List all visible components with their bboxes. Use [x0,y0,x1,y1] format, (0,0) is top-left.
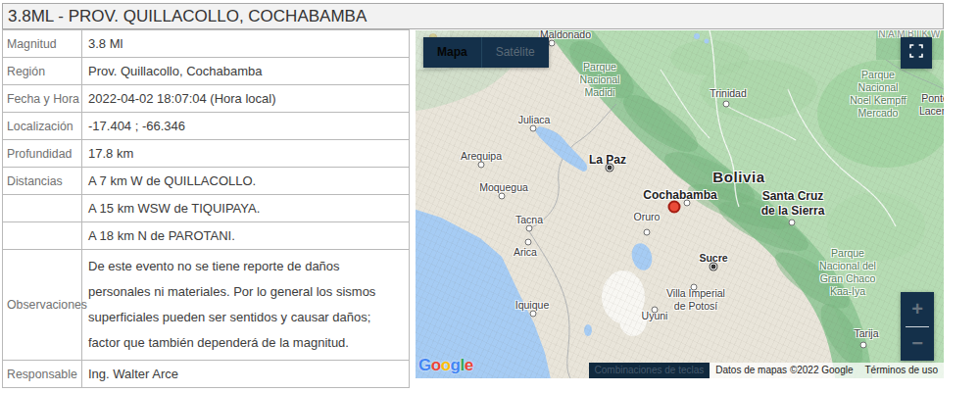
keyboard-shortcuts-button[interactable]: Combinaciones de teclas [589,363,710,378]
row-value: A 7 km W de QUILLACOLLO. [82,168,410,195]
table-row: DistanciasA 7 km W de QUILLACOLLO. [3,168,410,195]
zoom-control: + − [901,292,934,361]
row-value: A 18 km N de PAROTANI. [82,222,410,250]
city-dot [478,162,485,169]
zoom-out-button[interactable]: − [901,327,934,362]
row-label: Responsable [3,361,82,388]
table-row: RegiónProv. Quillacollo, Cochabamba [3,58,410,85]
fullscreen-icon [908,43,924,63]
city-dot [526,225,533,232]
city-dot [723,101,730,108]
map-type-button-mapa[interactable]: Mapa [423,37,481,68]
map-label-arica: Arica [514,246,537,259]
city-dot [549,40,556,47]
zoom-in-button[interactable]: + [901,292,934,326]
row-value: 3.8 Ml [82,30,410,58]
map-type-control: MapaSatélite [423,37,549,68]
row-value: Ing. Walter Arce [82,361,410,388]
map-label-trinidad: Trinidad [710,87,747,100]
fullscreen-button[interactable] [901,37,932,69]
map-label-parque-nacional-del-gran-chaco-kaa-iya: Parque Nacional del Gran Chaco Kaa-Iya [819,247,876,299]
map-attribution-bar: Combinaciones de teclas Datos de mapas ©… [589,363,944,378]
city-dot [530,311,537,318]
table-row: A 18 km N de PAROTANI. [3,222,410,250]
google-logo-letter: e [465,356,473,374]
row-label [3,195,82,222]
table-row: ResponsableIng. Walter Arce [3,361,410,388]
row-label: Distancias [3,168,82,195]
city-dot [607,165,613,172]
row-label: Magnitud [3,30,82,58]
google-logo-letter: G [418,356,431,374]
earthquake-info-table: Magnitud3.8 MlRegiónProv. Quillacollo, C… [2,29,410,388]
map-label-santa-cruz-de-la-sierra: Santa Cruz de la Sierra [761,189,825,219]
map-label-bolivia: Bolivia [712,169,764,187]
row-value: A 15 km WSW de TIQUIPAYA. [82,195,410,222]
map-label-parque-nacional-noel-kempff-mercado: Parque Nacional Noel Kempff Mercado [850,69,906,121]
map-label-ponte-lacerd: Ponte Lacerd [919,92,944,118]
row-label: Fecha y Hora [3,85,82,113]
google-logo-letter: o [431,356,441,374]
map-label-tarija: Tarija [854,327,878,340]
row-label: Región [3,58,82,85]
city-dot [644,229,651,236]
row-label: Observaciones [3,250,82,361]
row-label: Localización [3,113,82,140]
google-logo-letter: o [441,356,451,374]
city-dot [530,125,537,132]
city-dot [652,307,659,314]
row-value: 2022-04-02 18:07:04 (Hora local) [82,85,410,113]
table-row: Localización-17.404 ; -66.346 [3,113,410,140]
map-label-oruro: Oruro [634,211,661,223]
map-label-parque-nacional-madidi: Parque Nacional Madidi [580,61,620,99]
row-value: 17.8 km [82,140,410,168]
earthquake-epicenter-marker[interactable] [668,201,681,214]
row-value: -17.404 ; -66.346 [82,113,410,140]
row-value: Prov. Quillacollo, Cochabamba [82,58,410,85]
city-dot [789,220,796,226]
row-label: Profundidad [3,140,82,168]
city-dot [710,264,717,270]
map-type-button-satelite[interactable]: Satélite [481,37,549,68]
table-row: ObservacionesDe este evento no se tiene … [3,250,410,361]
city-dot [691,284,698,291]
city-dot [684,200,691,207]
table-row: Profundidad17.8 km [3,140,410,168]
google-logo-letter: g [451,356,461,374]
city-dot [525,239,532,246]
city-dot [499,193,506,200]
google-logo[interactable]: Google [418,356,473,375]
earthquake-report-page: 3.8ML - PROV. QUILLACOLLO, COCHABAMBA Ma… [0,0,980,393]
city-dot [860,342,867,349]
row-value: De este evento no se tiene reporte de da… [82,250,410,361]
map-label-cochabamba: Cochabamba [643,188,716,203]
map-label-villa-imperial-de-potosi: Villa Imperial de Potosí [666,287,725,313]
map-canvas[interactable]: MaldonadoNAMBIKWParque Nacional MadidiTr… [416,30,944,378]
table-row: Magnitud3.8 Ml [3,30,410,58]
table-row: A 15 km WSW de TIQUIPAYA. [3,195,410,222]
row-label [3,222,82,250]
terms-of-use-link[interactable]: Términos de uso [859,363,944,378]
page-title: 3.8ML - PROV. QUILLACOLLO, COCHABAMBA [2,3,944,29]
table-row: Fecha y Hora2022-04-02 18:07:04 (Hora lo… [3,85,410,113]
map-data-attribution: Datos de mapas ©2022 Google [710,363,858,378]
info-table-body: Magnitud3.8 MlRegiónProv. Quillacollo, C… [3,30,410,388]
